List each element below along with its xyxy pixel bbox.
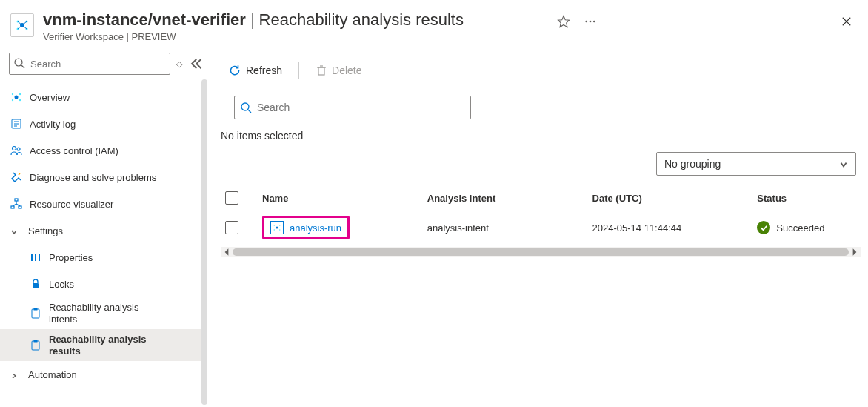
resource-icon: [270, 221, 284, 234]
results-table: Name Analysis intent Date (UTC) Status a…: [221, 183, 861, 257]
row-intent: analysis-intent: [427, 222, 592, 234]
sidebar-item-iam[interactable]: Access control (IAM): [0, 137, 207, 164]
content-search[interactable]: [234, 96, 471, 119]
resource-viz-icon: [10, 198, 22, 210]
collapse-sidebar-icon[interactable]: [188, 56, 203, 71]
main-content: Refresh Delete No items selected No grou…: [207, 50, 868, 407]
intents-icon: [30, 308, 41, 320]
svg-point-18: [12, 93, 13, 95]
svg-marker-9: [558, 16, 570, 27]
svg-rect-42: [318, 67, 324, 75]
svg-point-51: [279, 229, 281, 231]
sidebar: ◇ Overview Activity log Access control (…: [0, 50, 207, 407]
col-intent[interactable]: Analysis intent: [427, 193, 592, 204]
svg-rect-41: [34, 340, 37, 342]
sidebar-item-diagnose[interactable]: Diagnose and solve problems: [0, 164, 207, 191]
overview-icon: [10, 91, 22, 103]
chevron-down-icon: [839, 159, 848, 168]
chevron-right-icon: [10, 371, 18, 378]
chevron-down-icon: [10, 227, 18, 234]
sidebar-item-overview[interactable]: Overview: [0, 84, 207, 110]
svg-point-11: [590, 21, 592, 23]
row-name-highlight: analysis-run: [262, 216, 350, 239]
svg-point-48: [274, 225, 276, 226]
toolbar: Refresh Delete: [221, 57, 861, 84]
expand-collapse-icon[interactable]: ◇: [176, 59, 182, 69]
search-icon: [240, 102, 252, 113]
svg-point-27: [17, 148, 20, 150]
sidebar-item-locks[interactable]: Locks: [0, 271, 207, 297]
page-title: vnm-instance/vnet-verifier | Reachabilit…: [43, 10, 557, 30]
svg-rect-37: [33, 283, 39, 288]
diagnose-icon: [10, 171, 22, 183]
svg-point-21: [19, 99, 21, 101]
svg-rect-29: [11, 206, 14, 208]
favorite-icon[interactable]: [557, 15, 570, 28]
row-name-link[interactable]: analysis-run: [290, 222, 341, 234]
svg-point-49: [279, 225, 281, 226]
row-date: 2024-05-14 11:44:44: [592, 222, 758, 234]
scroll-left-icon[interactable]: [222, 248, 231, 257]
svg-rect-40: [32, 341, 39, 350]
locks-icon: [30, 278, 41, 290]
sidebar-item-activity-log[interactable]: Activity log: [0, 110, 207, 137]
svg-rect-38: [32, 309, 39, 318]
scroll-right-icon[interactable]: [850, 248, 859, 257]
svg-line-16: [21, 65, 24, 68]
iam-icon: [10, 145, 22, 156]
svg-rect-39: [34, 308, 37, 310]
refresh-icon: [228, 64, 241, 77]
svg-point-20: [12, 99, 13, 101]
content-search-input[interactable]: [234, 96, 471, 119]
col-date[interactable]: Date (UTC): [592, 193, 758, 204]
scrollbar-track[interactable]: [233, 248, 849, 256]
sidebar-search-input[interactable]: [9, 53, 170, 75]
delete-button: Delete: [311, 62, 366, 79]
svg-point-17: [15, 96, 19, 99]
svg-point-10: [585, 21, 587, 23]
properties-icon: [30, 251, 41, 263]
selection-status: No items selected: [221, 130, 861, 142]
delete-icon: [316, 64, 327, 76]
toolbar-separator: [298, 62, 299, 79]
sidebar-item-results[interactable]: Reachability analysis results: [0, 329, 207, 361]
svg-rect-28: [15, 199, 18, 201]
close-icon[interactable]: [840, 15, 853, 28]
table-header: Name Analysis intent Date (UTC) Status: [221, 183, 861, 213]
horizontal-scrollbar[interactable]: [221, 247, 861, 257]
search-icon: [13, 57, 25, 69]
refresh-button[interactable]: Refresh: [224, 61, 287, 80]
page-subtitle: Verifier Workspace | PREVIEW: [43, 31, 557, 42]
sidebar-item-properties[interactable]: Properties: [0, 244, 207, 271]
sidebar-group-automation[interactable]: Automation: [0, 361, 207, 388]
activity-log-icon: [10, 118, 22, 130]
col-name[interactable]: Name: [262, 193, 427, 204]
col-status[interactable]: Status: [757, 193, 856, 204]
select-all-checkbox[interactable]: [225, 191, 238, 205]
svg-point-15: [15, 59, 22, 66]
svg-marker-53: [853, 248, 857, 256]
success-icon: [757, 221, 770, 234]
svg-line-46: [248, 110, 251, 113]
results-icon: [30, 340, 41, 351]
sidebar-item-resource-visualizer[interactable]: Resource visualizer: [0, 191, 207, 217]
svg-point-50: [274, 229, 276, 231]
svg-point-45: [241, 103, 249, 110]
sidebar-scrollbar[interactable]: [201, 79, 207, 405]
row-checkbox[interactable]: [225, 221, 238, 234]
page-header: vnm-instance/vnet-verifier | Reachabilit…: [0, 0, 868, 50]
svg-rect-30: [19, 206, 21, 208]
resource-icon: [10, 13, 34, 37]
table-row[interactable]: analysis-run analysis-intent 2024-05-14 …: [221, 213, 861, 242]
svg-point-26: [13, 147, 16, 150]
more-icon[interactable]: [584, 15, 597, 28]
grouping-dropdown[interactable]: No grouping: [656, 152, 856, 176]
row-status: Succeeded: [757, 221, 856, 234]
svg-point-12: [593, 21, 595, 23]
sidebar-item-intents[interactable]: Reachability analysis intents: [0, 297, 207, 329]
sidebar-nav: Overview Activity log Access control (IA…: [0, 84, 207, 388]
sidebar-search[interactable]: [9, 53, 170, 75]
sidebar-group-settings[interactable]: Settings: [0, 217, 207, 244]
svg-point-19: [19, 93, 21, 95]
svg-marker-52: [225, 248, 229, 256]
